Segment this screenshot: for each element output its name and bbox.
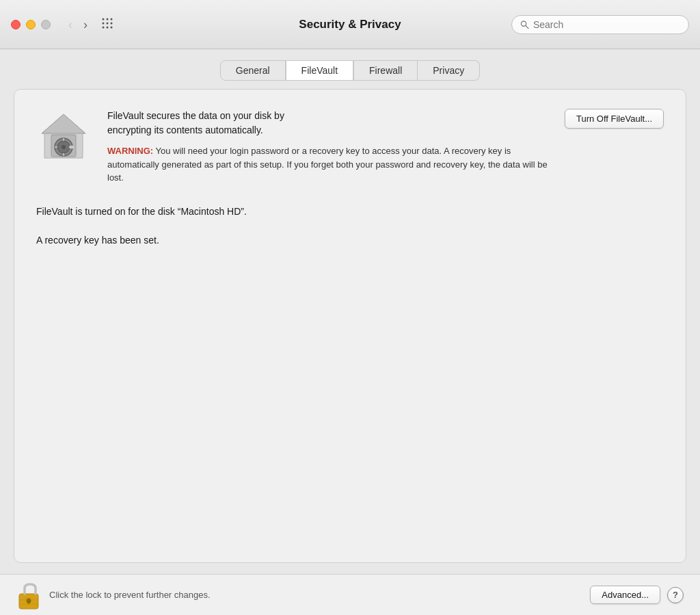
filevault-description: FileVault secures the data on your disk … <box>107 109 548 185</box>
lock-icon[interactable] <box>16 581 41 609</box>
search-bar[interactable] <box>511 15 689 34</box>
lock-section: Click the lock to prevent further change… <box>16 581 590 609</box>
bottom-bar: Click the lock to prevent further change… <box>0 574 700 615</box>
svg-point-8 <box>111 26 113 28</box>
traffic-lights <box>11 20 51 29</box>
search-icon <box>520 20 529 29</box>
bottom-buttons: Advanced... ? <box>590 586 684 604</box>
status-lines: FileVault is turned on for the disk “Mac… <box>36 204 664 248</box>
tab-privacy[interactable]: Privacy <box>418 60 480 81</box>
svg-rect-21 <box>69 146 75 148</box>
filevault-warning: WARNING: You will need your login passwo… <box>107 144 548 185</box>
help-button[interactable]: ? <box>667 587 684 603</box>
svg-point-4 <box>107 22 109 24</box>
filevault-status-disk: FileVault is turned on for the disk “Mac… <box>36 204 664 219</box>
titlebar: ‹ › Security & Privacy <box>0 0 700 49</box>
back-button[interactable]: ‹ <box>64 16 77 34</box>
svg-rect-26 <box>19 603 38 605</box>
close-button[interactable] <box>11 20 21 29</box>
filevault-status-recovery: A recovery key has been set. <box>36 233 664 248</box>
nav-buttons: ‹ › <box>64 16 92 34</box>
house-vault-icon <box>36 109 91 163</box>
filevault-desc-text: FileVault secures the data on your disk … <box>107 109 548 138</box>
vault-icon <box>36 109 91 163</box>
svg-point-7 <box>107 26 109 28</box>
svg-point-2 <box>111 18 113 20</box>
search-input[interactable] <box>533 19 680 30</box>
tab-general[interactable]: General <box>220 60 286 81</box>
filevault-header: FileVault secures the data on your disk … <box>36 109 664 185</box>
svg-marker-12 <box>42 114 85 133</box>
forward-button[interactable]: › <box>79 16 92 34</box>
svg-point-6 <box>103 26 105 28</box>
tab-filevault[interactable]: FileVault <box>286 60 353 81</box>
grid-icon <box>101 17 113 29</box>
svg-point-3 <box>103 22 105 24</box>
svg-rect-25 <box>19 599 38 601</box>
tab-bar: General FileVault Firewall Privacy <box>14 60 686 81</box>
maximize-button[interactable] <box>41 20 51 29</box>
filevault-panel: FileVault secures the data on your disk … <box>14 89 686 563</box>
advanced-button[interactable]: Advanced... <box>590 586 660 604</box>
title-text: Security & Privacy <box>299 18 401 31</box>
grid-button[interactable] <box>97 14 118 35</box>
window-title: Security & Privacy <box>299 18 401 31</box>
svg-point-0 <box>103 18 105 20</box>
main-content: General FileVault Firewall Privacy <box>0 49 700 574</box>
minimize-button[interactable] <box>26 20 36 29</box>
lock-text: Click the lock to prevent further change… <box>49 590 211 600</box>
svg-point-1 <box>107 18 109 20</box>
svg-line-10 <box>526 25 528 28</box>
lock-svg <box>16 581 41 610</box>
svg-point-5 <box>111 22 113 24</box>
turn-off-filevault-button[interactable]: Turn Off FileVault... <box>565 109 664 129</box>
svg-point-16 <box>62 145 66 149</box>
tab-firewall[interactable]: Firewall <box>353 60 418 81</box>
